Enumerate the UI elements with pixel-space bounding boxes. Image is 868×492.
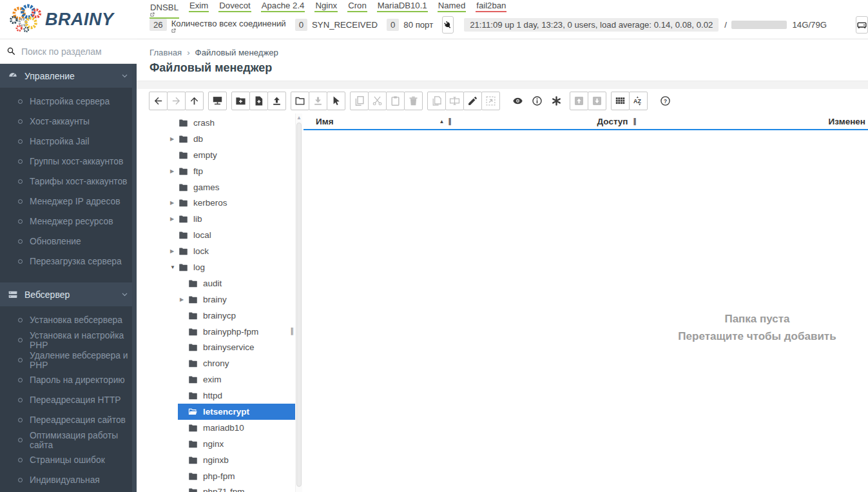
service-link-dovecot[interactable]: Dovecot — [218, 1, 251, 12]
sidebar-section-webserver[interactable]: Вебсервер — [0, 282, 137, 306]
disk-button[interactable] — [856, 16, 868, 34]
upload-button[interactable] — [267, 92, 286, 110]
sidebar-item[interactable]: Переадресация HTTP — [0, 390, 137, 410]
sidebar-item[interactable]: Тарифы хост-аккаунтов — [0, 172, 137, 192]
search-input[interactable] — [21, 46, 138, 57]
column-header-modified[interactable]: Изменен — [637, 117, 868, 126]
stat-label[interactable]: Количество всех соединений — [171, 17, 286, 33]
forward-button[interactable] — [167, 92, 186, 110]
tree-item-nginxb[interactable]: nginxb — [149, 452, 295, 468]
sort-az-button[interactable]: AZ — [629, 92, 648, 110]
up-button[interactable] — [185, 92, 204, 110]
service-link-exim[interactable]: Exim — [189, 1, 209, 12]
pointer-button[interactable] — [327, 92, 345, 110]
caret-right-icon[interactable]: ▶ — [170, 168, 178, 174]
breadcrumb-home[interactable]: Главная — [149, 48, 182, 57]
tree-item-mariadb10[interactable]: mariadb10 — [149, 420, 295, 436]
service-link-mariadb10-1[interactable]: MariaDB10.1 — [377, 1, 428, 12]
duplicate-button[interactable] — [427, 92, 446, 110]
brainy-logo[interactable]: BRAINY — [0, 0, 137, 39]
column-header-name[interactable]: Имя ▲ ∥ — [304, 117, 452, 126]
tree-item-brainyphp-fpm[interactable]: brainyphp-fpm — [149, 324, 295, 340]
tree-item-httpd[interactable]: httpd — [149, 388, 295, 404]
pane-resize-grip[interactable]: ∥ — [290, 326, 294, 335]
tree-item-crash[interactable]: crash — [149, 115, 295, 131]
sidebar-item[interactable]: Группы хост-аккаунтов — [0, 152, 137, 172]
scroll-up-icon[interactable]: ▲ — [296, 113, 302, 121]
download-button[interactable] — [309, 92, 327, 110]
caret-right-icon[interactable]: ▶ — [170, 248, 178, 254]
caret-right-icon[interactable]: ▶ — [170, 200, 178, 206]
sidebar-item[interactable]: Индивидуальная — [0, 470, 137, 490]
sidebar-item[interactable]: Менеджер ресурсов — [0, 212, 137, 231]
caret-right-icon[interactable]: ▶ — [170, 136, 178, 142]
tree-item-log[interactable]: ▼log — [149, 259, 295, 275]
tree-item-nginx[interactable]: nginx — [149, 436, 295, 452]
tree-item-empty[interactable]: empty — [149, 147, 295, 163]
sidebar-item[interactable]: Установка и настройка PHP — [0, 330, 137, 350]
sidebar-item[interactable]: Установка вебсервера — [0, 310, 137, 330]
asterisk-button[interactable] — [546, 92, 566, 110]
delete-button[interactable] — [404, 92, 423, 110]
sidebar-item[interactable]: Обновление — [0, 231, 137, 251]
stat-label: SYN_RECEIVED — [312, 20, 378, 30]
tree-item-brainy[interactable]: ▶brainy — [149, 291, 295, 308]
sidebar-item[interactable]: Переадресация сайтов — [0, 410, 137, 430]
tree-item-lock[interactable]: ▶lock — [149, 243, 295, 259]
extract-archive-button[interactable] — [588, 92, 606, 110]
service-link-cron[interactable]: Cron — [347, 1, 367, 12]
tree-item-db[interactable]: ▶db — [149, 131, 295, 147]
back-button[interactable] — [149, 92, 168, 110]
tree-item-chrony[interactable]: chrony — [149, 355, 295, 371]
tree-item-ftp[interactable]: ▶ftp — [149, 163, 295, 179]
sidebar-item[interactable]: Хост-аккаунты — [0, 112, 137, 132]
compress-button[interactable] — [570, 92, 588, 110]
workstation-button[interactable] — [208, 92, 227, 110]
service-link-fail2ban[interactable]: fail2ban — [476, 1, 506, 12]
eye-button[interactable] — [508, 92, 528, 110]
extract-move-button[interactable] — [481, 92, 500, 110]
sidebar-section-management[interactable]: Управление — [0, 64, 137, 88]
service-link-named[interactable]: Named — [438, 1, 467, 12]
tree-item-kerberos[interactable]: ▶kerberos — [149, 195, 295, 211]
tree-item-brainycp[interactable]: brainycp — [149, 308, 295, 324]
caret-right-icon[interactable]: ▶ — [180, 297, 188, 302]
copy-button[interactable] — [350, 92, 369, 110]
caret-down-icon[interactable]: ▼ — [170, 264, 178, 270]
caret-right-icon[interactable]: ▶ — [170, 216, 178, 222]
tree-item-letsencrypt[interactable]: letsencrypt — [149, 404, 295, 420]
tree-scrollbar-thumb[interactable] — [296, 123, 302, 487]
service-link-nginx[interactable]: Nginx — [314, 1, 338, 12]
tree-item-exim[interactable]: exim — [149, 371, 295, 388]
open-folder-button[interactable] — [291, 92, 309, 110]
tree-item-audit[interactable]: audit — [149, 275, 295, 291]
sidebar-item[interactable]: Удаление вебсервера и PHP — [0, 350, 137, 370]
sidebar-item[interactable]: Страницы ошибок — [0, 450, 137, 470]
tree-item-brainyservice[interactable]: brainyservice — [149, 339, 295, 355]
help-button[interactable]: ? — [655, 92, 675, 110]
tree-item-local[interactable]: local — [149, 227, 295, 243]
grid-button[interactable] — [611, 92, 630, 110]
sidebar-item[interactable]: Настройка Jail — [0, 132, 137, 152]
rename-button[interactable] — [445, 92, 464, 110]
service-link-apache-2-4[interactable]: Apache 2.4 — [261, 1, 305, 12]
new-file-button[interactable] — [249, 92, 268, 110]
sidebar-item[interactable]: Настройка сервера — [0, 92, 137, 112]
sidebar-item[interactable]: Оптимизация работы сайта — [0, 430, 137, 450]
paste-button[interactable] — [386, 92, 405, 110]
tree-item-lib[interactable]: ▶lib — [149, 211, 295, 227]
sidebar-item[interactable]: Пароль на директорию — [0, 370, 137, 390]
sidebar-item[interactable]: Менеджер IP адресов — [0, 192, 137, 212]
info-button[interactable] — [527, 92, 547, 110]
column-header-access[interactable]: Доступ ∥ — [452, 117, 637, 126]
tree-scrollbar[interactable]: ▲ — [295, 113, 302, 492]
sidebar-item[interactable]: Перезагрузка сервера — [0, 251, 137, 271]
tree-item-games[interactable]: games — [149, 179, 295, 195]
tree-item-php71-fpm[interactable]: php71-fpm — [149, 484, 295, 492]
cut-button[interactable] — [368, 92, 387, 110]
edit-button[interactable] — [463, 92, 482, 110]
sidebar-scrollbar[interactable] — [132, 64, 137, 492]
new-folder-button[interactable] — [231, 92, 250, 110]
connections-plug-button[interactable] — [442, 16, 454, 34]
tree-item-php-fpm[interactable]: php-fpm — [149, 468, 295, 484]
